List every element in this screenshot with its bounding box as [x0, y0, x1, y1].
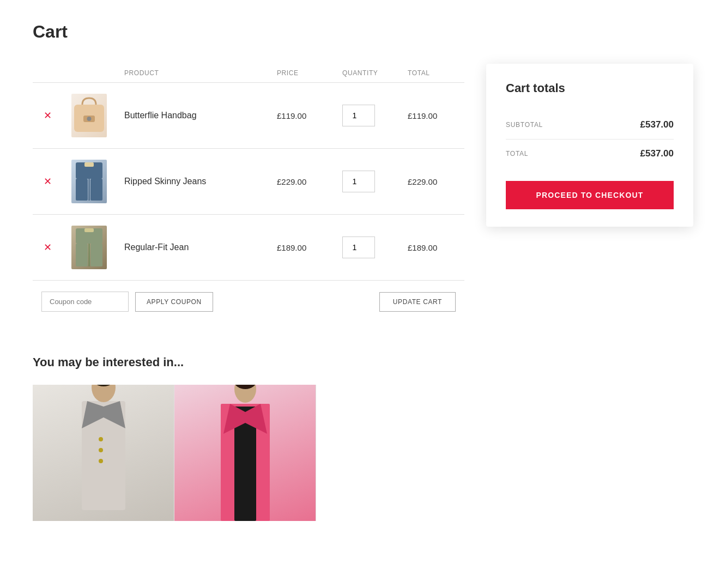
svg-rect-10 [90, 244, 102, 266]
table-row: ✕ Butterflie Handbag £119.00 £119.00 [33, 83, 464, 149]
quantity-cell [334, 83, 399, 149]
recommended-item[interactable] [33, 385, 174, 521]
price-cell: £189.00 [268, 215, 334, 281]
product-image [71, 94, 107, 137]
svg-point-19 [99, 448, 103, 452]
subtotal-row: SUBTOTAL £537.00 [506, 111, 674, 140]
page-title: Cart [33, 22, 693, 42]
col-image-header [63, 64, 116, 83]
product-image [71, 226, 107, 269]
col-product-header: PRODUCT [116, 64, 268, 83]
cart-sidebar: Cart totals SUBTOTAL £537.00 TOTAL £537.… [486, 64, 693, 227]
checkout-button[interactable]: PROCEED TO CHECKOUT [506, 181, 674, 209]
svg-point-16 [92, 385, 116, 402]
name-cell: Regular-Fit Jean [116, 215, 268, 281]
product-name: Ripped Skinny Jeans [124, 177, 206, 186]
svg-rect-9 [76, 244, 88, 266]
quantity-input-1[interactable] [342, 105, 375, 126]
cart-table: PRODUCT PRICE QUANTITY TOTAL [33, 64, 464, 281]
recommended-title: You may be interested in... [33, 355, 693, 369]
col-price-header: PRICE [268, 64, 334, 83]
svg-rect-12 [84, 228, 94, 232]
product-name: Regular-Fit Jean [124, 243, 189, 252]
remove-button-3[interactable]: ✕ [41, 240, 54, 254]
recommended-section: You may be interested in... [33, 355, 693, 521]
remove-cell: ✕ [33, 149, 63, 215]
subtotal-label: SUBTOTAL [506, 121, 543, 129]
total-cell: £119.00 [399, 83, 464, 149]
price-cell: £229.00 [268, 149, 334, 215]
remove-cell: ✕ [33, 215, 63, 281]
table-row: ✕ Regular-Fit Jean £189.00 £189.00 [33, 215, 464, 281]
price-cell: £119.00 [268, 83, 334, 149]
recommended-grid [33, 385, 693, 521]
svg-point-18 [99, 437, 103, 441]
coupon-section: APPLY COUPON [41, 292, 213, 312]
name-cell: Butterflie Handbag [116, 83, 268, 149]
table-row: ✕ Ripped Skinny Jeans £229.00 £229.00 [33, 149, 464, 215]
col-quantity-header: QUANTITY [334, 64, 399, 83]
product-image [71, 160, 107, 203]
update-cart-button[interactable]: UPDATE CART [379, 292, 456, 312]
image-cell [63, 215, 116, 281]
remove-button-1[interactable]: ✕ [41, 108, 54, 123]
svg-rect-4 [76, 179, 88, 201]
col-total-header: TOTAL [399, 64, 464, 83]
total-value: £537.00 [640, 148, 674, 159]
cart-main: PRODUCT PRICE QUANTITY TOTAL [33, 64, 464, 323]
product-name: Butterflie Handbag [124, 111, 197, 120]
image-cell [63, 83, 116, 149]
quantity-cell [334, 149, 399, 215]
image-cell [63, 149, 116, 215]
svg-rect-7 [84, 162, 94, 167]
svg-point-20 [99, 459, 103, 463]
total-cell: £189.00 [399, 215, 464, 281]
coupon-input[interactable] [41, 292, 129, 312]
col-remove-header [33, 64, 63, 83]
subtotal-value: £537.00 [640, 119, 674, 130]
recommended-item[interactable] [174, 385, 316, 521]
quantity-cell [334, 215, 399, 281]
remove-cell: ✕ [33, 83, 63, 149]
svg-point-2 [87, 117, 92, 121]
total-cell: £229.00 [399, 149, 464, 215]
name-cell: Ripped Skinny Jeans [116, 149, 268, 215]
cart-totals-box: Cart totals SUBTOTAL £537.00 TOTAL £537.… [486, 64, 693, 227]
total-label: TOTAL [506, 150, 528, 157]
svg-rect-5 [90, 179, 102, 201]
quantity-input-3[interactable] [342, 237, 375, 258]
cart-actions: APPLY COUPON UPDATE CART [33, 281, 464, 323]
cart-totals-title: Cart totals [506, 81, 674, 95]
quantity-input-2[interactable] [342, 171, 375, 192]
apply-coupon-button[interactable]: APPLY COUPON [135, 292, 213, 312]
total-row: TOTAL £537.00 [506, 140, 674, 168]
remove-button-2[interactable]: ✕ [41, 174, 54, 189]
